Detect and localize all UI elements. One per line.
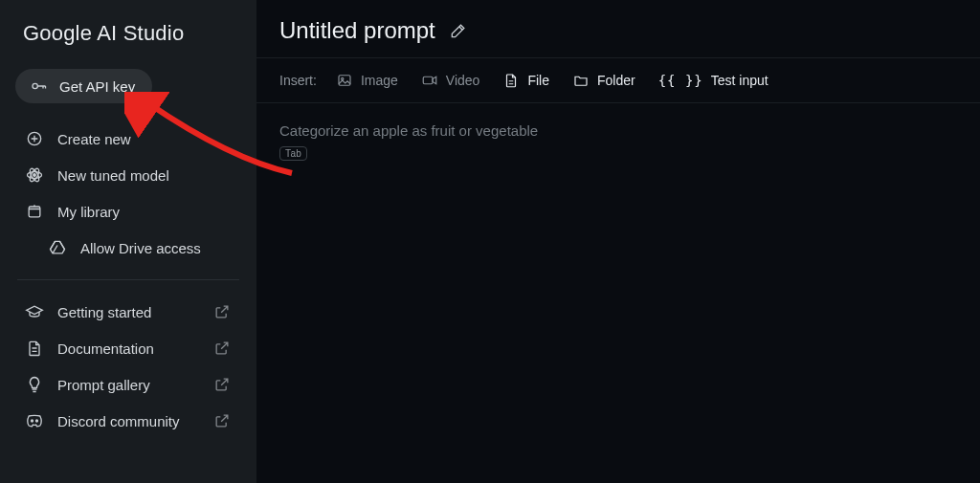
sidebar: Google AI Studio Get API key Create new …: [0, 0, 256, 483]
sidebar-item-label: Getting started: [57, 304, 151, 320]
title-row: Untitled prompt: [256, 0, 980, 57]
tool-label: Folder: [597, 73, 635, 88]
prompt-editor[interactable]: Categorize an apple as fruit or vegetabl…: [256, 103, 980, 483]
tool-label: Image: [361, 73, 398, 88]
document-icon: [25, 339, 44, 358]
get-api-key-button[interactable]: Get API key: [15, 69, 152, 103]
sidebar-item-create-new[interactable]: Create new: [15, 121, 241, 157]
sidebar-item-label: Create new: [57, 131, 131, 147]
atom-icon: [25, 165, 44, 185]
sidebar-item-label: Prompt gallery: [57, 377, 150, 393]
drive-icon: [48, 238, 67, 257]
insert-file-button[interactable]: File: [502, 72, 549, 89]
plus-circle-icon: [25, 129, 44, 148]
graduation-cap-icon: [25, 302, 44, 321]
sidebar-item-label: New tuned model: [57, 167, 169, 184]
folder-icon: [572, 72, 590, 89]
sidebar-item-label: Documentation: [57, 340, 154, 357]
sidebar-item-label: Allow Drive access: [80, 240, 201, 256]
insert-video-button[interactable]: Video: [421, 72, 480, 89]
external-link-icon: [212, 411, 232, 430]
prompt-placeholder: Categorize an apple as fruit or vegetabl…: [279, 122, 957, 139]
discord-icon: [25, 411, 44, 430]
svg-rect-11: [423, 77, 433, 84]
sidebar-item-label: Discord community: [57, 413, 180, 429]
tool-label: Test input: [711, 73, 768, 88]
sidebar-item-discord[interactable]: Discord community: [15, 403, 241, 439]
prompt-title: Untitled prompt: [279, 17, 435, 44]
tool-label: File: [527, 73, 549, 88]
svg-point-8: [36, 420, 38, 422]
library-icon: [25, 202, 44, 221]
svg-point-0: [33, 83, 37, 88]
get-api-key-label: Get API key: [59, 78, 135, 95]
sidebar-item-prompt-gallery[interactable]: Prompt gallery: [15, 366, 241, 403]
insert-toolbar: Insert: Image Video File Folder: [256, 57, 980, 103]
external-link-icon: [212, 375, 232, 394]
insert-test-input-button[interactable]: {{ }} Test input: [658, 73, 768, 88]
svg-point-2: [33, 174, 36, 177]
tool-label: Video: [446, 73, 480, 88]
sidebar-item-new-tuned-model[interactable]: New tuned model: [15, 157, 241, 193]
svg-rect-6: [29, 207, 40, 217]
svg-rect-9: [339, 76, 350, 86]
sidebar-item-getting-started[interactable]: Getting started: [15, 294, 241, 330]
lightbulb-icon: [25, 375, 44, 394]
sidebar-item-documentation[interactable]: Documentation: [15, 330, 241, 366]
file-icon: [502, 72, 520, 89]
main-panel: Untitled prompt Insert: Image Video File: [256, 0, 980, 483]
insert-folder-button[interactable]: Folder: [572, 72, 635, 89]
sidebar-item-label: My library: [57, 204, 120, 220]
sidebar-item-allow-drive-access[interactable]: Allow Drive access: [15, 230, 241, 266]
key-icon: [29, 77, 48, 96]
sidebar-divider: [17, 279, 239, 280]
app-logo: Google AI Studio: [15, 17, 241, 69]
video-icon: [421, 72, 438, 89]
external-link-icon: [212, 339, 232, 358]
sidebar-item-my-library[interactable]: My library: [15, 193, 241, 230]
external-link-icon: [212, 302, 232, 321]
insert-label: Insert:: [279, 73, 317, 88]
edit-title-button[interactable]: [449, 21, 468, 40]
tab-hint-chip: Tab: [279, 146, 307, 161]
insert-image-button[interactable]: Image: [336, 72, 398, 89]
image-icon: [336, 72, 353, 89]
svg-point-7: [32, 420, 33, 422]
braces-icon: {{ }}: [658, 73, 703, 88]
